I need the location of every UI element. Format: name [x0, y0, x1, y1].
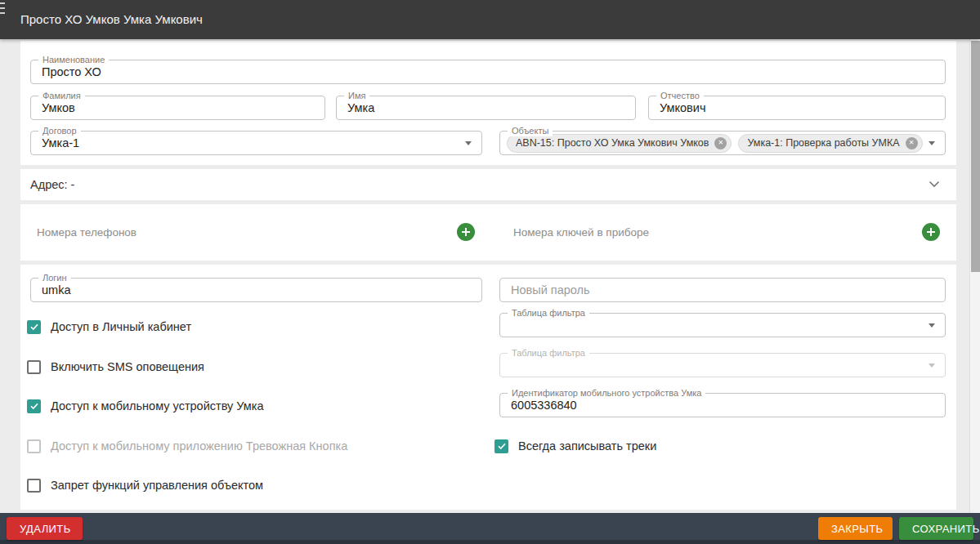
scrollbar-thumb[interactable] [971, 41, 980, 272]
address-summary: Адрес: - [30, 169, 74, 200]
record-tracks-row[interactable]: Всегда записывать треки [494, 439, 656, 453]
chevron-down-icon[interactable] [929, 181, 940, 188]
name-input[interactable] [31, 60, 945, 83]
sms-notifications-row[interactable]: Включить SMS оповещения [27, 359, 204, 374]
objects-multiselect-label: Объекты [508, 125, 553, 136]
check-icon [29, 322, 39, 332]
checkbox-label: Всегда записывать треки [518, 439, 656, 453]
object-chip-text: ABN-15: Просто ХО Умка Умкович Умков [516, 137, 709, 149]
surname-field-label: Фамилия [38, 90, 85, 101]
object-chip[interactable]: Умка-1: Проверка работы УМКА [738, 134, 922, 153]
new-password-field[interactable] [499, 278, 946, 302]
check-icon [29, 401, 39, 411]
new-password-input[interactable] [500, 279, 945, 301]
dropdown-arrow-icon [929, 363, 935, 368]
dialog-title-bar: Просто ХО Умков Умка Умкович [0, 0, 980, 39]
device-keys-list-label: Номера ключей в приборе [513, 226, 649, 239]
dialog-title: Просто ХО Умков Умка Умкович [20, 0, 203, 39]
login-input[interactable] [31, 279, 481, 301]
checkbox-label: Доступ к мобильному приложению Тревожная… [51, 439, 347, 453]
add-device-key-button[interactable] [922, 223, 940, 241]
firstname-field-label: Имя [344, 90, 369, 101]
phones-keys-section: Номера телефонов Номера ключей в приборе [20, 204, 956, 261]
hamburger-menu-icon[interactable] [0, 2, 5, 20]
personal-account-access-row[interactable]: Доступ в Личный кабинет [27, 319, 191, 334]
chip-remove-icon[interactable] [906, 137, 918, 149]
filter-table-2-label: Таблица фильтра [508, 347, 589, 359]
dialog-footer: УДАЛИТЬ ЗАКРЫТЬ СОХРАНИТЬ [0, 513, 980, 544]
checkbox-disabled [27, 439, 41, 453]
checkbox-label: Запрет функций управления объектом [51, 479, 263, 492]
surname-field[interactable]: Фамилия [30, 96, 325, 120]
object-chip-text: Умка-1: Проверка работы УМКА [747, 137, 899, 149]
dropdown-arrow-icon [465, 141, 472, 145]
checkbox-label: Включить SMS оповещения [51, 360, 204, 373]
checkbox-unchecked[interactable] [27, 360, 41, 374]
filter-table-1-label: Таблица фильтра [508, 307, 589, 319]
object-control-ban-row[interactable]: Запрет функций управления объектом [27, 478, 263, 493]
identity-section: Наименование Фамилия Имя Отчество Догово… [20, 41, 956, 165]
patronymic-field-label: Отчество [656, 90, 704, 101]
objects-multiselect[interactable]: Объекты ABN-15: Просто ХО Умка Умкович У… [499, 131, 946, 155]
delete-button[interactable]: УДАЛИТЬ [7, 517, 83, 540]
checkbox-checked[interactable] [27, 320, 41, 334]
check-icon [497, 441, 507, 451]
filter-table-select-1[interactable]: Таблица фильтра [499, 313, 946, 337]
save-button[interactable]: СОХРАНИТЬ [899, 517, 973, 540]
firstname-input[interactable] [337, 96, 635, 119]
checkbox-checked[interactable] [494, 439, 508, 453]
objects-chip-list: ABN-15: Просто ХО Умка Умкович Умков Умк… [507, 132, 923, 154]
dropdown-arrow-icon [929, 323, 935, 328]
name-field-label: Наименование [38, 54, 109, 65]
close-button[interactable]: ЗАКРЫТЬ [818, 517, 893, 540]
address-expansion-panel[interactable]: Адрес: - [20, 169, 956, 200]
contract-select-value[interactable] [31, 132, 481, 154]
patronymic-field[interactable]: Отчество [648, 96, 946, 120]
checkbox-checked[interactable] [27, 399, 41, 413]
mobile-device-id-label: Идентификатор мобильного устройства Умка [508, 387, 705, 399]
login-field-label: Логин [38, 272, 71, 283]
mobile-device-id-field[interactable]: Идентификатор мобильного устройства Умка [499, 393, 946, 417]
name-field[interactable]: Наименование [30, 60, 946, 84]
add-phone-button[interactable] [457, 223, 475, 241]
checkbox-unchecked[interactable] [27, 479, 41, 493]
contract-select-label: Договор [38, 125, 81, 136]
vertical-scrollbar[interactable] [969, 39, 980, 513]
umka-device-access-row[interactable]: Доступ к мобильному устройству Умка [27, 399, 264, 413]
account-section: Логин Доступ в Личный кабинет Включить S… [20, 265, 956, 510]
edit-person-dialog: Просто ХО Умков Умка Умкович Наименовани… [0, 0, 980, 544]
checkbox-label: Доступ в Личный кабинет [51, 320, 191, 333]
dropdown-arrow-icon [929, 141, 935, 145]
filter-table-select-2: Таблица фильтра [499, 353, 946, 377]
firstname-field[interactable]: Имя [336, 96, 636, 120]
login-field[interactable]: Логин [30, 278, 482, 302]
chip-remove-icon[interactable] [714, 137, 727, 149]
panic-button-access-row: Доступ к мобильному приложению Тревожная… [27, 439, 347, 453]
contract-select[interactable]: Договор [30, 131, 482, 155]
phones-list-label: Номера телефонов [37, 226, 136, 239]
checkbox-label: Доступ к мобильному устройству Умка [51, 399, 264, 412]
